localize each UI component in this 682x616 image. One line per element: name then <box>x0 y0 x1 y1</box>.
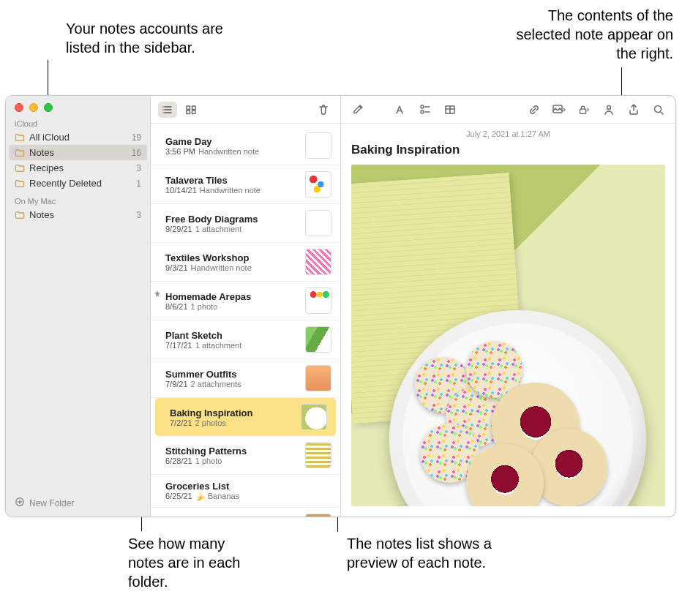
note-item-title: Groceries List <box>165 481 331 492</box>
sidebar-item-all-icloud[interactable]: All iCloud 19 <box>6 129 150 145</box>
folder-icon <box>15 164 25 173</box>
new-folder-label: New Folder <box>29 498 74 508</box>
svg-rect-1 <box>187 106 190 110</box>
note-item-meta: 9/29/211 attachment <box>165 225 298 233</box>
svg-rect-2 <box>192 106 196 110</box>
callout-count: See how many notes are in each folder. <box>128 534 252 591</box>
new-folder-button[interactable]: New Folder <box>6 491 150 517</box>
note-list-item[interactable]: Game Day3:56 PMHandwritten note <box>151 127 340 165</box>
callout-line <box>337 522 338 532</box>
plus-circle-icon <box>15 497 25 509</box>
folder-icon <box>15 211 25 219</box>
sidebar-item-count: 16 <box>132 148 141 158</box>
close-window[interactable] <box>15 103 23 112</box>
note-item-title: Free Body Diagrams <box>165 214 298 225</box>
table-button[interactable] <box>439 101 461 119</box>
sidebar-item-label: All iCloud <box>29 132 127 143</box>
svg-point-10 <box>607 105 611 109</box>
window-controls <box>6 96 150 113</box>
svg-point-6 <box>421 110 424 113</box>
search-button[interactable] <box>648 101 670 119</box>
zoom-window[interactable] <box>44 103 53 112</box>
media-button[interactable] <box>548 101 570 119</box>
svg-rect-4 <box>192 110 196 114</box>
sidebar-section-on-my-mac: On My Mac Notes 3 <box>6 191 150 222</box>
checklist-button[interactable] <box>414 101 436 119</box>
note-item-meta: 9/3/21Handwritten note <box>165 263 298 272</box>
gallery-view-button[interactable] <box>181 102 201 118</box>
svg-point-5 <box>421 105 424 108</box>
sidebar-item-count: 1 <box>136 179 141 189</box>
note-list-item[interactable]: Stitching Patterns6/28/211 photo <box>151 436 340 475</box>
svg-rect-9 <box>580 109 586 113</box>
note-item-title: Summer Outfits <box>165 369 298 380</box>
note-list-item[interactable]: Textiles Workshop9/3/21Handwritten note <box>151 243 340 282</box>
lock-button[interactable] <box>573 101 595 119</box>
note-title: Baking Inspiration <box>351 143 665 157</box>
share-button[interactable] <box>623 101 645 119</box>
note-item-title: Textiles Workshop <box>165 252 298 263</box>
note-item-meta: 6/28/211 photo <box>165 457 298 465</box>
note-item-meta: 7/17/211 attachment <box>165 341 298 350</box>
note-date: July 2, 2021 at 1:27 AM <box>351 129 665 138</box>
note-thumbnail <box>305 249 331 275</box>
note-item-meta: 6/25/21🍌 Bananas <box>165 492 331 501</box>
pin-icon <box>154 290 161 298</box>
collaborate-button[interactable] <box>598 101 620 119</box>
callout-sidebar: Your notes accounts are listed in the si… <box>66 19 256 57</box>
note-thumbnail <box>305 326 331 353</box>
note-item-meta: 7/9/212 attachments <box>165 380 298 388</box>
note-thumbnail <box>305 171 331 198</box>
sidebar-item-label: Recipes <box>29 162 132 173</box>
note-thumbnail <box>305 132 331 159</box>
note-item-meta: 10/14/21Handwritten note <box>165 186 298 195</box>
note-item-meta: 7/2/212 photos <box>170 418 293 427</box>
sidebar-item-notes[interactable]: Notes 16 <box>9 145 147 160</box>
sidebar-item-label: Notes <box>29 209 132 220</box>
sidebar-item-count: 3 <box>136 210 141 220</box>
sidebar-item-recipes[interactable]: Recipes 3 <box>6 160 150 176</box>
note-item-title: Talavera Tiles <box>165 175 298 186</box>
minimize-window[interactable] <box>29 103 38 112</box>
note-list-item[interactable]: Summer Outfits7/9/212 attachments <box>151 359 340 398</box>
note-item-title: Baking Inspiration <box>170 407 293 418</box>
folder-icon <box>15 179 25 188</box>
list-view-button[interactable] <box>158 102 177 118</box>
note-thumbnail <box>305 442 331 468</box>
sidebar: iCloud All iCloud 19 Notes 16 Recipes 3 <box>6 96 151 517</box>
note-list-item[interactable]: Places to hike6/2/212 photos <box>151 508 340 517</box>
sidebar-item-label: Notes <box>29 147 127 158</box>
note-item-title: Plant Sketch <box>165 330 298 341</box>
folder-icon <box>15 133 25 142</box>
note-thumbnail <box>305 210 331 236</box>
link-button[interactable] <box>523 101 545 119</box>
sidebar-section-label: iCloud <box>6 113 150 129</box>
note-list-item[interactable]: Free Body Diagrams9/29/211 attachment <box>151 204 340 243</box>
delete-note-button[interactable] <box>314 102 333 118</box>
svg-point-11 <box>655 105 662 112</box>
note-thumbnail <box>305 365 331 391</box>
sidebar-item-local-notes[interactable]: Notes 3 <box>6 207 150 222</box>
note-list-item[interactable]: Baking Inspiration7/2/212 photos <box>155 398 336 436</box>
note-thumbnail <box>305 288 331 314</box>
sidebar-item-count: 19 <box>132 132 141 143</box>
note-list-item[interactable]: Groceries List6/25/21🍌 Bananas <box>151 475 340 508</box>
sidebar-item-recently-deleted[interactable]: Recently Deleted 1 <box>6 176 150 191</box>
note-item-meta: 8/6/211 photo <box>165 302 298 311</box>
note-thumbnail <box>305 514 331 517</box>
callout-content: The contents of the selected note appear… <box>505 6 673 63</box>
note-list-item[interactable]: Homemade Arepas8/6/211 photo <box>151 282 340 320</box>
note-list-item[interactable]: Plant Sketch7/17/211 attachment <box>151 320 340 359</box>
note-items[interactable]: Game Day3:56 PMHandwritten noteTalavera … <box>151 124 340 517</box>
sidebar-section-icloud: iCloud All iCloud 19 Notes 16 Recipes 3 <box>6 113 150 191</box>
note-item-title: Stitching Patterns <box>165 446 298 457</box>
folder-icon <box>15 149 25 157</box>
note-list-item[interactable]: Talavera Tiles10/14/21Handwritten note <box>151 165 340 204</box>
note-thumbnail <box>301 404 327 430</box>
compose-button[interactable] <box>347 101 369 119</box>
note-body[interactable]: July 2, 2021 at 1:27 AM Baking Inspirati… <box>341 124 675 517</box>
note-item-title: Homemade Arepas <box>165 291 298 302</box>
format-button[interactable] <box>389 101 411 119</box>
note-photo <box>351 165 665 506</box>
note-item-meta: 3:56 PMHandwritten note <box>165 147 298 156</box>
